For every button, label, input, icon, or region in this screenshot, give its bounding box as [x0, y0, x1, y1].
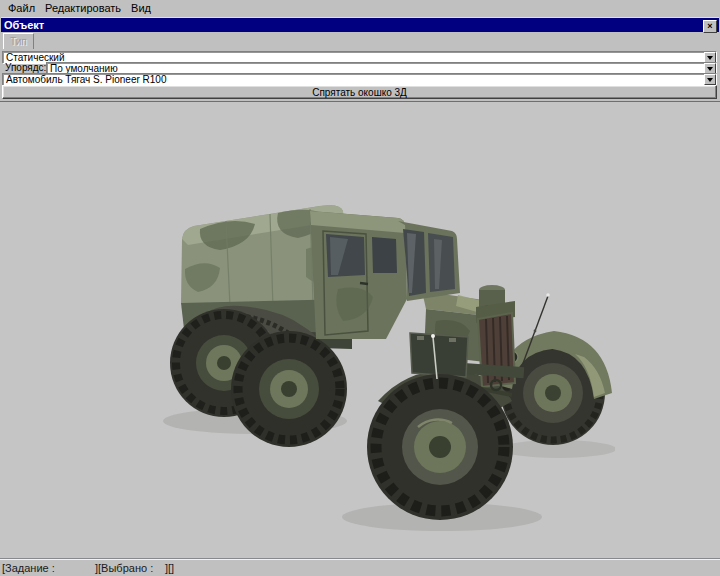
menu-view[interactable]: Вид — [126, 1, 156, 15]
tab-strip: Тип — [1, 32, 719, 50]
status-task: [Задание : — [2, 562, 95, 574]
statusbar: [Задание : ][Выбрано : ][] — [0, 558, 720, 576]
front-wheel — [367, 374, 513, 520]
menubar: Файл Редактировать Вид — [0, 0, 720, 16]
menu-file[interactable]: Файл — [3, 1, 40, 15]
status-extra: ][] — [165, 562, 174, 574]
object-panel-titlebar: Объект × — [1, 17, 719, 32]
order-label: Упорядс: — [5, 62, 46, 73]
panel-title: Объект — [1, 19, 44, 32]
tab-type[interactable]: Тип — [3, 33, 34, 49]
menu-edit[interactable]: Редактировать — [40, 1, 126, 15]
3d-viewport[interactable] — [0, 101, 720, 558]
close-icon: × — [707, 22, 712, 31]
far-front-wheel — [498, 331, 612, 445]
dropdown-arrow-icon[interactable] — [704, 74, 716, 85]
hide-3d-window-button[interactable]: Спрятать окошко 3Д — [2, 85, 717, 99]
object-combobox-value: Автомобиль Тягач S. Pioneer R100 — [6, 74, 166, 85]
status-selected: ][Выбрано : — [95, 562, 165, 574]
truck-model-render — [160, 187, 615, 537]
